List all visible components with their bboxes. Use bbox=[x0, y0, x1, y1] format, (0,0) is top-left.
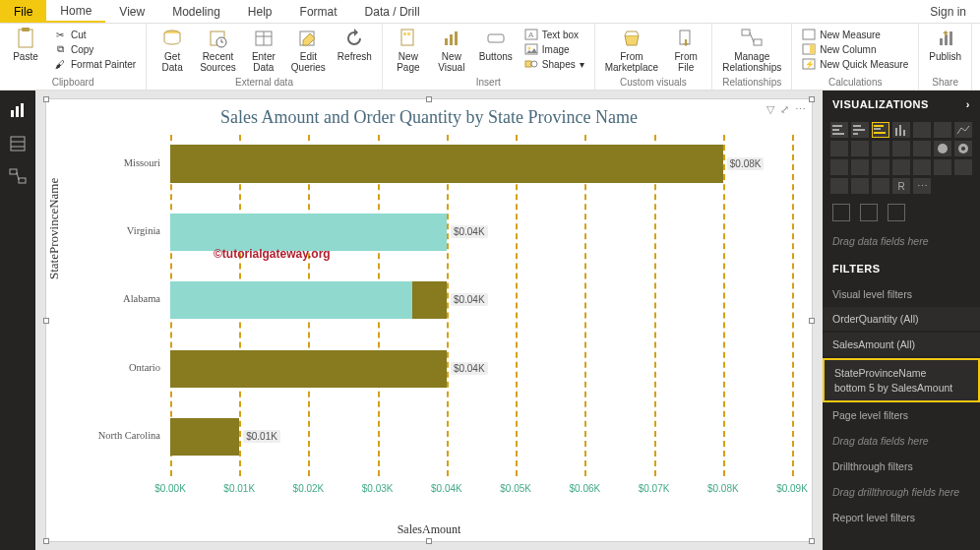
viz-bar[interactable] bbox=[851, 122, 869, 138]
bar-secondary[interactable] bbox=[170, 281, 412, 319]
new-measure-button[interactable]: New Measure bbox=[802, 28, 908, 41]
bar-primary[interactable] bbox=[170, 350, 447, 388]
from-file-button[interactable]: From File bbox=[666, 26, 705, 75]
textbox-button[interactable]: AText box bbox=[524, 28, 584, 41]
chart-visual[interactable]: ▽ ⤢ ⋯ Sales Amount and Order Quantity by… bbox=[45, 98, 813, 542]
viz-more[interactable]: ⋯ bbox=[913, 178, 931, 194]
tab-format[interactable]: Format bbox=[286, 0, 351, 23]
svg-text:A: A bbox=[528, 31, 534, 39]
manage-relationships-button[interactable]: Manage Relationships bbox=[718, 26, 785, 75]
marketplace-icon bbox=[621, 28, 643, 49]
viz-card[interactable] bbox=[934, 159, 951, 175]
viz-filled-map[interactable] bbox=[872, 159, 889, 175]
viz-slicer[interactable] bbox=[830, 178, 848, 194]
resize-handle[interactable] bbox=[426, 96, 432, 102]
tab-home[interactable]: Home bbox=[46, 0, 105, 23]
resize-handle[interactable] bbox=[809, 538, 815, 544]
viz-area[interactable] bbox=[830, 141, 848, 156]
image-button[interactable]: Image bbox=[524, 42, 584, 56]
viz-treemap[interactable] bbox=[830, 159, 848, 175]
resize-handle[interactable] bbox=[43, 538, 49, 544]
fields-dropzone[interactable]: Drag data fields here bbox=[823, 227, 980, 255]
viz-stacked-bar[interactable] bbox=[830, 122, 848, 138]
format-tab[interactable] bbox=[860, 204, 878, 221]
cut-button[interactable]: ✂Cut bbox=[53, 28, 136, 41]
page-filters-dropzone[interactable]: Drag data fields here bbox=[823, 427, 980, 455]
resize-handle[interactable] bbox=[43, 96, 49, 102]
buttons-button[interactable]: Buttons bbox=[475, 26, 517, 64]
viz-table[interactable] bbox=[851, 178, 869, 194]
bar-secondary[interactable] bbox=[170, 214, 447, 251]
viz-scatter[interactable] bbox=[913, 141, 931, 156]
copy-button[interactable]: ⧉Copy bbox=[53, 42, 136, 56]
viz-map[interactable] bbox=[851, 159, 869, 175]
field-format-tabs bbox=[823, 198, 980, 227]
edit-queries-button[interactable]: Edit Queries bbox=[287, 26, 330, 75]
viz-clustered-bar[interactable] bbox=[872, 122, 889, 138]
tab-help[interactable]: Help bbox=[234, 0, 286, 23]
viz-pie[interactable] bbox=[934, 141, 951, 156]
data-view-button[interactable] bbox=[6, 132, 30, 155]
model-view-button[interactable] bbox=[6, 165, 30, 189]
viz-100-col[interactable] bbox=[934, 122, 951, 138]
ribbon-group-share: Publish Share bbox=[919, 24, 972, 90]
gridline bbox=[516, 135, 518, 476]
new-column-button[interactable]: New Column bbox=[802, 42, 908, 56]
tab-view[interactable]: View bbox=[105, 0, 158, 23]
svg-rect-13 bbox=[450, 34, 453, 45]
tab-data-drill[interactable]: Data / Drill bbox=[351, 0, 434, 23]
viz-stacked-col[interactable] bbox=[913, 122, 931, 138]
tab-file[interactable]: File bbox=[0, 0, 46, 23]
bar-data-label: $0.04K bbox=[451, 225, 488, 238]
analytics-tab[interactable] bbox=[888, 204, 905, 221]
viz-line[interactable] bbox=[954, 122, 972, 138]
report-view-button[interactable] bbox=[6, 98, 30, 122]
new-quick-measure-button[interactable]: ⚡New Quick Measure bbox=[802, 57, 908, 71]
viz-funnel[interactable] bbox=[892, 159, 910, 175]
filters-header[interactable]: FILTERS bbox=[823, 255, 980, 282]
paste-button[interactable]: Paste bbox=[6, 26, 45, 64]
filter-stateprovincename[interactable]: StateProvinceName bottom 5 by SalesAmoun… bbox=[823, 358, 980, 402]
enter-data-button[interactable]: Enter Data bbox=[244, 26, 283, 75]
viz-matrix[interactable] bbox=[872, 178, 889, 194]
more-icon[interactable]: ⋯ bbox=[795, 103, 806, 116]
filter-salesamount[interactable]: SalesAmount (All) bbox=[823, 333, 980, 356]
from-marketplace-button[interactable]: From Marketplace bbox=[601, 26, 662, 75]
new-page-button[interactable]: New Page bbox=[389, 26, 428, 75]
resize-handle[interactable] bbox=[426, 538, 432, 544]
viz-donut[interactable] bbox=[954, 141, 972, 156]
copy-icon: ⧉ bbox=[53, 42, 67, 56]
visualizations-header[interactable]: VISUALIZATIONS› bbox=[823, 91, 980, 118]
viz-ribbon[interactable] bbox=[872, 141, 889, 156]
refresh-button[interactable]: Refresh bbox=[334, 26, 376, 64]
fields-tab[interactable] bbox=[832, 204, 850, 221]
shapes-button[interactable]: Shapes ▾ bbox=[524, 57, 584, 71]
viz-combo[interactable] bbox=[851, 141, 869, 156]
viz-kpi[interactable] bbox=[954, 159, 972, 175]
resize-handle[interactable] bbox=[809, 318, 815, 324]
x-axis-label: SalesAmount bbox=[398, 522, 461, 537]
recent-sources-button[interactable]: Recent Sources bbox=[196, 26, 240, 75]
sign-in-link[interactable]: Sign in bbox=[916, 0, 980, 23]
publish-button[interactable]: Publish bbox=[925, 26, 965, 64]
tab-modeling[interactable]: Modeling bbox=[158, 0, 234, 23]
filter-orderquantity[interactable]: OrderQuantity (All) bbox=[823, 307, 980, 331]
bar-primary[interactable] bbox=[170, 145, 723, 182]
viz-gauge[interactable] bbox=[913, 159, 931, 175]
format-painter-button[interactable]: 🖌Format Painter bbox=[53, 57, 136, 71]
drillthrough-dropzone[interactable]: Drag drillthrough fields here bbox=[823, 478, 980, 506]
viz-waterfall[interactable] bbox=[892, 141, 910, 156]
new-visual-button[interactable]: New Visual bbox=[432, 26, 471, 75]
svg-rect-44 bbox=[832, 129, 839, 131]
svg-line-25 bbox=[750, 32, 754, 42]
filter-icon[interactable]: ▽ bbox=[766, 103, 774, 116]
group-label: Insert bbox=[389, 75, 588, 90]
focus-icon[interactable]: ⤢ bbox=[780, 103, 789, 116]
viz-r[interactable]: R bbox=[892, 178, 910, 194]
group-label: Relationships bbox=[718, 75, 785, 90]
resize-handle[interactable] bbox=[43, 318, 49, 324]
bar-primary[interactable] bbox=[170, 418, 239, 456]
resize-handle[interactable] bbox=[809, 96, 815, 102]
viz-column[interactable] bbox=[892, 122, 910, 138]
get-data-button[interactable]: Get Data bbox=[153, 26, 192, 75]
